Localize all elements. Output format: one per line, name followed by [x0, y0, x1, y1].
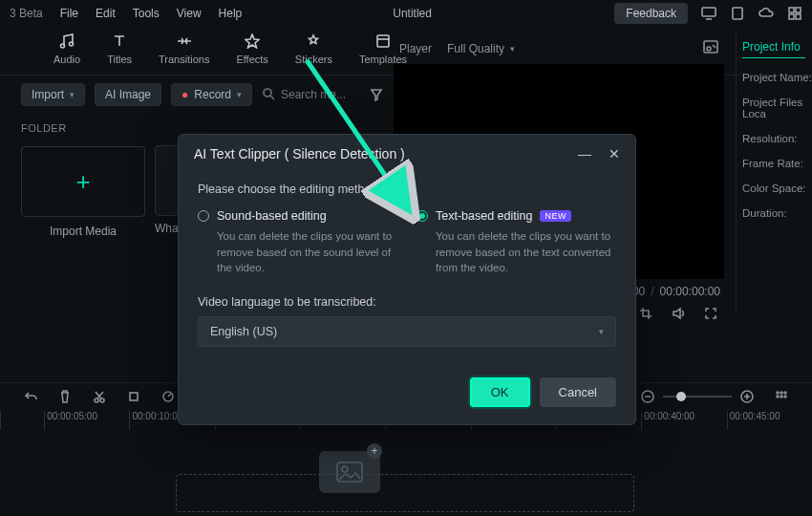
svg-point-17 [707, 47, 711, 51]
svg-rect-2 [733, 8, 742, 19]
tooltab-titles[interactable]: Titles [107, 32, 132, 65]
version-label: 3 Beta [10, 7, 43, 20]
radio-selected-icon[interactable] [417, 210, 428, 222]
inspector-panel: Project Info Project Name: Project Files… [736, 29, 812, 315]
menu-help[interactable]: Help [219, 7, 243, 20]
svg-rect-4 [796, 8, 801, 12]
device-icon[interactable] [730, 6, 745, 21]
menu-tools[interactable]: Tools [133, 7, 160, 20]
import-media-card[interactable]: + Import Media [21, 145, 145, 239]
svg-point-11 [264, 89, 271, 97]
inspector-tab-project-info[interactable]: Project Info [742, 36, 805, 58]
ai-text-clipper-dialog: AI Text Clipper ( Silence Detection ) — … [178, 134, 636, 425]
field-label: Resolution: [742, 133, 812, 144]
tooltab-transitions[interactable]: Transitions [159, 32, 209, 65]
tooltab-label: Transitions [159, 54, 209, 65]
menu-view[interactable]: View [177, 7, 202, 20]
track-options-icon[interactable] [772, 387, 791, 406]
field-label: Frame Rate: [742, 158, 812, 169]
new-badge: NEW [540, 210, 571, 222]
minimize-icon[interactable]: — [578, 146, 591, 161]
tooltab-label: Titles [107, 54, 132, 65]
delete-icon[interactable] [55, 387, 75, 406]
dialog-prompt: Please choose the editing method: [198, 183, 616, 196]
plus-icon: + [75, 167, 90, 197]
field-label: Duration: [742, 207, 812, 219]
cut-icon[interactable] [90, 387, 109, 406]
cloud-icon[interactable] [759, 6, 774, 21]
ai-image-button[interactable]: AI Image [95, 83, 161, 106]
fullscreen-icon[interactable] [701, 304, 720, 323]
template-icon [374, 32, 393, 50]
chevron-down-icon: ▾ [237, 90, 242, 99]
chevron-down-icon: ▾ [70, 90, 75, 99]
ruler-tick: 00:00:05:00 [44, 411, 129, 430]
tooltab-audio[interactable]: Audio [53, 32, 80, 65]
svg-point-7 [61, 44, 65, 48]
media-thumb-label: Wha [155, 222, 179, 235]
option-title: Sound-based editing [217, 209, 327, 223]
radio-unselected-icon[interactable] [198, 210, 209, 222]
folder-heading: FOLDER [21, 122, 67, 134]
close-icon[interactable]: ✕ [609, 146, 620, 161]
speed-icon[interactable] [159, 387, 178, 406]
menu-edit[interactable]: Edit [96, 7, 116, 20]
import-media-label: Import Media [50, 225, 117, 238]
volume-icon[interactable] [669, 304, 688, 323]
svg-point-8 [70, 42, 74, 46]
chevron-down-icon: ▾ [510, 44, 515, 54]
add-clip-icon[interactable]: + [367, 443, 382, 459]
search-icon [262, 87, 275, 103]
record-dropdown[interactable]: ●Record▾ [171, 83, 252, 106]
cancel-button[interactable]: Cancel [540, 377, 616, 407]
import-dropdown[interactable]: Import▾ [21, 83, 85, 106]
language-select[interactable]: English (US) ▾ [198, 316, 616, 347]
transition-icon [175, 32, 194, 50]
language-label: Video language to be transcribed: [198, 295, 616, 309]
chevron-down-icon: ▾ [599, 327, 604, 336]
zoom-in-icon[interactable] [737, 387, 757, 406]
field-label: Project Files Loca [742, 97, 812, 119]
sticker-icon [304, 32, 323, 50]
quality-dropdown[interactable]: Full Quality▾ [447, 42, 515, 55]
option-sound-based[interactable]: Sound-based editing You can delete the c… [198, 209, 397, 276]
snapshot-icon[interactable] [703, 40, 718, 56]
tooltab-effects[interactable]: Effects [236, 32, 267, 65]
tooltab-label: Audio [53, 54, 80, 65]
tooltab-stickers[interactable]: Stickers [295, 32, 332, 65]
search-input[interactable] [281, 88, 357, 101]
svg-rect-0 [702, 8, 716, 16]
ok-button[interactable]: OK [470, 377, 530, 407]
dialog-title: AI Text Clipper ( Silence Detection ) [194, 146, 405, 161]
filter-icon[interactable] [367, 85, 386, 104]
svg-point-33 [777, 396, 779, 398]
svg-point-18 [95, 398, 98, 402]
svg-rect-20 [130, 393, 138, 400]
svg-point-32 [784, 392, 786, 394]
project-title: Untitled [393, 7, 432, 20]
text-icon [110, 32, 129, 50]
option-description: You can delete the clips you want to rem… [436, 228, 616, 276]
svg-point-35 [784, 396, 786, 398]
undo-icon[interactable] [21, 387, 40, 406]
menu-file[interactable]: File [60, 7, 78, 20]
svg-point-34 [780, 396, 782, 398]
svg-line-12 [270, 96, 274, 99]
timeline-zoom[interactable] [638, 387, 757, 406]
crop-icon[interactable] [636, 304, 655, 323]
zoom-slider[interactable] [663, 396, 732, 398]
feedback-button[interactable]: Feedback [614, 3, 688, 24]
fx-icon [243, 32, 262, 50]
crop-tool-icon[interactable] [124, 387, 143, 406]
monitor-icon[interactable] [701, 6, 716, 21]
timeline-tracks[interactable]: + [0, 436, 812, 516]
option-title: Text-based editing [436, 209, 532, 223]
timeline-drop-zone[interactable] [176, 474, 634, 512]
ruler-tick: 00:00:40:00 [641, 411, 726, 430]
app-menubar: 3 Beta File Edit Tools View Help Untitle… [0, 0, 812, 27]
option-text-based[interactable]: Text-based editing NEW You can delete th… [417, 209, 616, 276]
search-field[interactable] [262, 87, 357, 103]
grid-icon[interactable] [787, 6, 802, 21]
field-label: Project Name: [742, 72, 812, 83]
zoom-out-icon[interactable] [638, 387, 657, 406]
